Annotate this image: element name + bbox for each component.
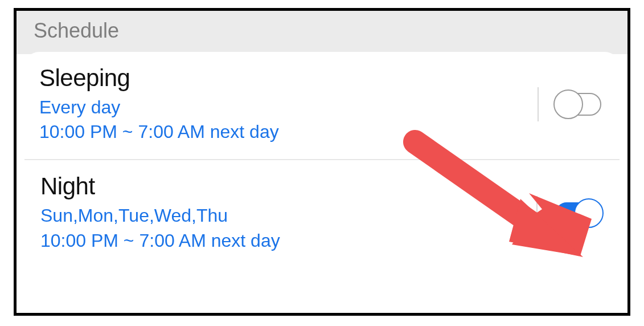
schedule-row-text[interactable]: Sleeping Every day 10:00 PM ~ 7:00 AM ne…: [39, 64, 538, 144]
schedule-row-text[interactable]: Night Sun,Mon,Tue,Wed,Thu 10:00 PM ~ 7:0…: [40, 173, 536, 252]
row-controls: [536, 196, 604, 230]
row-controls: [538, 87, 605, 121]
schedule-card: Sleeping Every day 10:00 PM ~ 7:00 AM ne…: [23, 52, 621, 268]
schedule-row-sleeping[interactable]: Sleeping Every day 10:00 PM ~ 7:00 AM ne…: [23, 52, 621, 159]
schedule-days: Sun,Mon,Tue,Wed,Thu: [40, 203, 536, 228]
vertical-divider: [536, 196, 538, 230]
schedule-title: Night: [40, 173, 536, 200]
schedule-row-night[interactable]: Night Sun,Mon,Tue,Wed,Thu 10:00 PM ~ 7:0…: [24, 159, 620, 267]
section-header: Schedule: [17, 11, 627, 54]
schedule-toggle-sleeping[interactable]: [553, 89, 605, 119]
schedule-time: 10:00 PM ~ 7:00 AM next day: [40, 229, 536, 253]
vertical-divider: [538, 87, 539, 121]
schedule-title: Sleeping: [39, 64, 538, 92]
screenshot-frame: Schedule Sleeping Every day 10:00 PM ~ 7…: [14, 8, 630, 316]
section-title: Schedule: [34, 19, 610, 43]
schedule-time: 10:00 PM ~ 7:00 AM next day: [39, 120, 538, 144]
schedule-toggle-night[interactable]: [552, 198, 604, 228]
schedule-days: Every day: [39, 95, 538, 120]
